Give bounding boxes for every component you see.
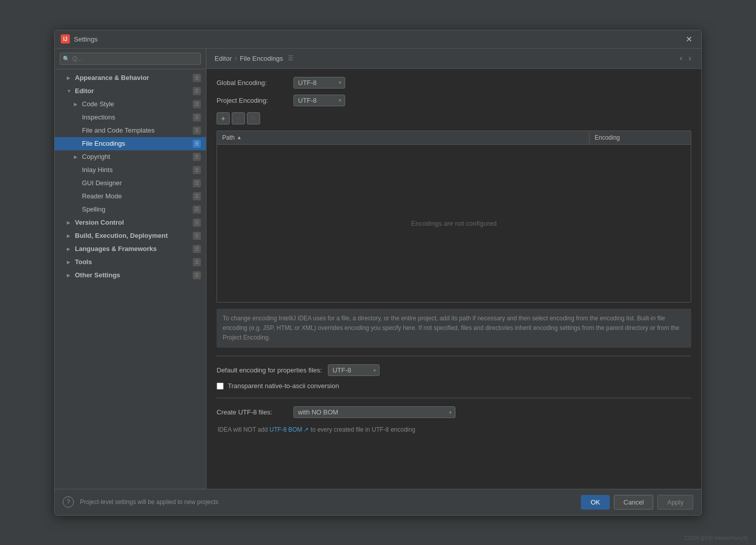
cancel-button[interactable]: Cancel — [614, 495, 653, 510]
info-text: To change encoding IntelliJ IDEA uses fo… — [217, 309, 691, 348]
edit-path-button[interactable]: ✎ — [247, 112, 260, 124]
breadcrumb-separator: › — [235, 55, 237, 62]
table-body: Encodings are not configured — [217, 145, 691, 302]
section-divider-2 — [217, 398, 691, 398]
encoding-column-label: Encoding — [595, 134, 620, 141]
project-encoding-dropdown-wrapper: UTF-8 UTF-16 ISO-8859-1 — [293, 95, 345, 106]
nav-arrows: ‹ › — [678, 53, 693, 64]
sidebar-item-label: Code Style — [82, 100, 193, 108]
utf8-bom-link[interactable]: UTF-8 BOM ↗ — [269, 426, 309, 433]
sidebar-item-version-control[interactable]: ▶ Version Control ☰ — [55, 216, 206, 229]
panel-content: Global Encoding: UTF-8 UTF-16 ISO-8859-1… — [206, 69, 701, 489]
properties-encoding-label: Default encoding for properties files: — [217, 366, 322, 374]
sidebar-item-code-style[interactable]: ▶ Code Style ☰ — [55, 98, 206, 111]
close-button[interactable]: ✕ — [683, 33, 695, 45]
expand-arrow-icon: ▶ — [67, 260, 74, 265]
transparent-conversion-label: Transparent native-to-ascii conversion — [228, 382, 339, 390]
sidebar-item-copyright[interactable]: ▶ Copyright ☰ — [55, 150, 206, 163]
expand-arrow-icon: ▶ — [67, 220, 74, 225]
search-input[interactable] — [60, 53, 201, 65]
global-encoding-dropdown[interactable]: UTF-8 UTF-16 ISO-8859-1 — [293, 77, 345, 89]
project-encoding-label: Project Encoding: — [217, 97, 287, 104]
breadcrumb-current: File Encodings — [240, 55, 283, 62]
sidebar-item-inlay-hints[interactable]: Inlay Hints ☰ — [55, 163, 206, 177]
path-column-label: Path — [222, 134, 235, 141]
transparent-conversion-row: Transparent native-to-ascii conversion — [217, 382, 691, 390]
svg-text:IJ: IJ — [63, 36, 67, 42]
gear-icon[interactable]: ☰ — [288, 55, 295, 62]
content-area: ▶ Appearance & Behavior ☰ ▼ Editor ☰ ▶ C… — [55, 49, 701, 489]
config-icon: ☰ — [193, 232, 201, 240]
expand-arrow-icon: ▶ — [74, 154, 81, 159]
sidebar-item-appearance[interactable]: ▶ Appearance & Behavior ☰ — [55, 71, 206, 85]
ok-button[interactable]: OK — [581, 495, 610, 510]
title-bar: IJ Settings ✕ — [55, 30, 701, 49]
expand-arrow-icon: ▼ — [67, 89, 74, 94]
nav-tree: ▶ Appearance & Behavior ☰ ▼ Editor ☰ ▶ C… — [55, 69, 206, 489]
global-encoding-dropdown-wrapper: UTF-8 UTF-16 ISO-8859-1 — [293, 77, 345, 89]
config-icon: ☰ — [193, 245, 201, 253]
sidebar-item-label: File Encodings — [82, 140, 193, 147]
config-icon: ☰ — [193, 205, 201, 214]
sidebar-item-label: Build, Execution, Deployment — [75, 232, 193, 239]
hint-suffix: to every created file in UTF-8 encoding — [309, 426, 415, 433]
bottom-buttons: OK Cancel Apply — [581, 495, 693, 510]
sidebar-item-label: GUI Designer — [82, 179, 193, 187]
apply-button[interactable]: Apply — [657, 495, 693, 510]
sidebar-item-inspections[interactable]: Inspections ☰ — [55, 111, 206, 124]
create-utf8-dropdown[interactable]: with NO BOM with BOM — [293, 406, 455, 418]
sidebar-item-reader-mode[interactable]: Reader Mode ☰ — [55, 190, 206, 203]
help-button[interactable]: ? — [63, 496, 74, 508]
expand-arrow-icon: ▶ — [67, 233, 74, 238]
expand-arrow-icon: ▶ — [74, 102, 81, 107]
create-utf8-row: Create UTF-8 files: with NO BOM with BOM — [217, 406, 691, 418]
th-encoding[interactable]: Encoding — [590, 131, 691, 144]
project-note: Project-level settings will be applied t… — [80, 498, 218, 506]
nav-back-button[interactable]: ‹ — [678, 53, 684, 64]
sidebar-item-label: Spelling — [82, 205, 193, 213]
config-icon: ☰ — [193, 219, 201, 227]
app-icon: IJ — [61, 34, 70, 44]
sidebar-item-spelling[interactable]: Spelling ☰ — [55, 203, 206, 216]
transparent-conversion-checkbox[interactable] — [217, 383, 224, 390]
settings-dialog: IJ Settings ✕ ▶ Appearance & Behavior ☰ — [54, 30, 702, 516]
add-path-button[interactable]: + — [217, 112, 230, 124]
sidebar-item-label: Appearance & Behavior — [75, 74, 193, 81]
sidebar-item-gui-designer[interactable]: GUI Designer ☰ — [55, 177, 206, 190]
expand-arrow-icon: ▶ — [67, 75, 74, 80]
config-icon: ☰ — [193, 153, 201, 161]
sidebar-item-file-code-templates[interactable]: File and Code Templates ☰ — [55, 124, 206, 137]
config-icon: ☰ — [193, 127, 201, 135]
sidebar-item-build[interactable]: ▶ Build, Execution, Deployment ☰ — [55, 229, 206, 242]
config-icon: ☰ — [193, 271, 201, 279]
project-encoding-dropdown[interactable]: UTF-8 UTF-16 ISO-8859-1 — [293, 95, 345, 106]
sidebar-item-tools[interactable]: ▶ Tools ☰ — [55, 256, 206, 269]
sidebar-item-languages[interactable]: ▶ Languages & Frameworks ☰ — [55, 242, 206, 256]
search-box — [55, 49, 206, 69]
config-icon: ☰ — [193, 192, 201, 200]
sidebar-item-label: Other Settings — [75, 271, 193, 279]
sidebar-item-label: File and Code Templates — [82, 127, 193, 134]
config-icon: ☰ — [193, 179, 201, 187]
sidebar-item-editor[interactable]: ▼ Editor ☰ — [55, 85, 206, 98]
config-icon: ☰ — [193, 87, 201, 95]
bottom-bar: ? Project-level settings will be applied… — [55, 489, 701, 515]
sidebar-item-label: Tools — [75, 258, 193, 266]
th-path[interactable]: Path ▲ — [217, 131, 590, 144]
config-icon: ☰ — [193, 140, 201, 148]
sidebar-item-file-encodings[interactable]: File Encodings ☰ — [55, 137, 206, 150]
table-header: Path ▲ Encoding — [217, 131, 691, 145]
properties-encoding-dropdown[interactable]: UTF-8 ISO-8859-1 UTF-16 — [328, 364, 380, 376]
remove-path-button[interactable]: − — [232, 112, 245, 124]
dialog-title: Settings — [74, 35, 683, 43]
empty-table-message: Encodings are not configured — [411, 220, 496, 227]
breadcrumb-parent: Editor — [215, 55, 232, 62]
expand-arrow-icon: ▶ — [67, 273, 74, 278]
section-divider — [217, 356, 691, 356]
table-toolbar: + − ✎ — [217, 112, 691, 124]
nav-forward-button[interactable]: › — [687, 53, 693, 64]
sidebar: ▶ Appearance & Behavior ☰ ▼ Editor ☰ ▶ C… — [55, 49, 206, 489]
sidebar-item-other-settings[interactable]: ▶ Other Settings ☰ — [55, 269, 206, 282]
hint-prefix: IDEA will NOT add — [218, 426, 269, 433]
project-encoding-row: Project Encoding: UTF-8 UTF-16 ISO-8859-… — [217, 95, 691, 106]
